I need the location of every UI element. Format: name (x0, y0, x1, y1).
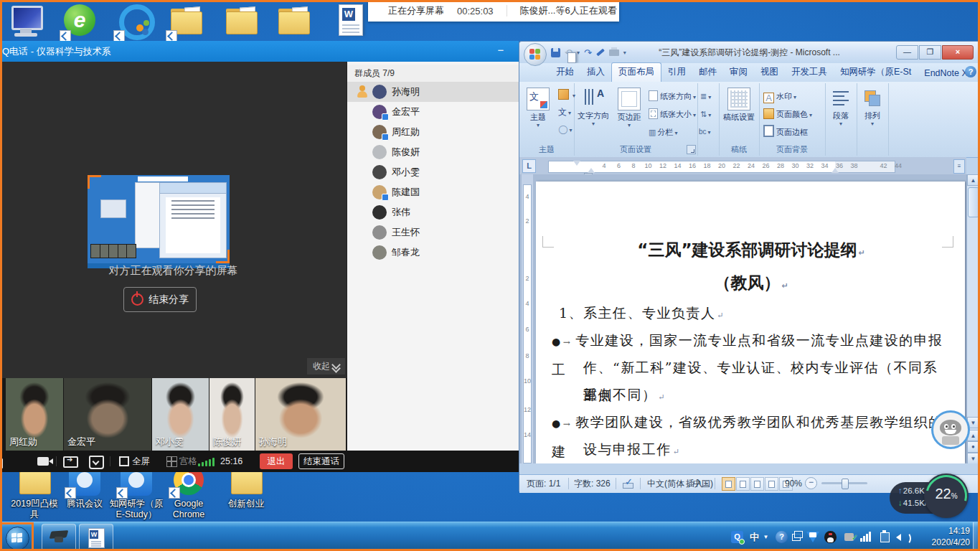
text-direction-button[interactable]: A 文字方向▾ (575, 88, 611, 127)
taskbar-clock[interactable]: 14:19 2020/4/20 (932, 525, 970, 548)
word-count[interactable]: 字数: 326 (574, 475, 611, 492)
grid-view-label[interactable]: 宫格 (179, 451, 197, 472)
ribbon-tab[interactable]: 插入 (580, 63, 611, 82)
exit-button[interactable]: 退出 (260, 453, 293, 469)
show-desktop-button[interactable] (973, 522, 980, 551)
watermark-button[interactable]: A水印▾ (763, 89, 796, 103)
select-browse-object-button[interactable]: ● (967, 441, 979, 453)
fullscreen-label[interactable]: 全屏 (132, 451, 150, 472)
fullscreen-reading-view-button[interactable] (736, 477, 750, 491)
page-setup-dialog-launcher[interactable] (687, 145, 696, 154)
speaker-icon[interactable] (0, 456, 11, 466)
ribbon-tab[interactable]: 视图 (754, 63, 785, 82)
redo-icon[interactable]: ↷ (584, 47, 592, 58)
zoom-slider-track[interactable] (821, 482, 867, 484)
print-icon[interactable] (609, 50, 619, 56)
video-tile[interactable]: 邓小雯 (152, 378, 209, 451)
paper-size-button[interactable]: 纸张大小▾ (649, 107, 696, 121)
qq-app-icon[interactable] (115, 3, 152, 40)
office-button[interactable] (524, 43, 547, 66)
fullscreen-icon[interactable] (119, 456, 129, 466)
new-document-icon[interactable] (567, 52, 576, 63)
presentation-icon[interactable] (89, 456, 104, 469)
page-color-button[interactable]: 页面颜色▾ (763, 107, 812, 121)
format-painter-icon[interactable] (596, 49, 605, 57)
volume-icon[interactable] (896, 532, 908, 544)
scrollbar-thumb[interactable] (968, 187, 979, 217)
language-indicator[interactable]: 中文(简体，中国) (647, 475, 713, 492)
columns-button[interactable]: ▥ 分栏▾ (649, 125, 677, 139)
paragraph-button[interactable]: 段落▾ (823, 88, 859, 127)
usb-device-icon[interactable] (844, 533, 854, 541)
vertical-scrollbar[interactable]: ▲ ▼ ▲ ● ▼ (966, 174, 979, 463)
show-hidden-icons[interactable] (792, 534, 801, 541)
ribbon-tab[interactable]: 审阅 (723, 63, 754, 82)
breaks-button[interactable]: ≣▾ (700, 89, 711, 103)
ribbon-tab[interactable]: 开发工具 (785, 63, 834, 82)
member-list[interactable]: 孙海明金宏平周红勋陈俊妍邓小雯陈建国张伟王生怀邹春龙 (347, 82, 519, 451)
scroll-up-arrow[interactable]: ▲ (967, 174, 979, 186)
network-signal-icon[interactable] (860, 531, 872, 543)
ribbon-tab[interactable]: 开始 (550, 63, 580, 82)
first-line-indent-marker[interactable] (573, 161, 580, 166)
performance-ball[interactable]: 22% (924, 474, 969, 518)
help-tray-icon[interactable]: ? (776, 531, 788, 543)
arrange-button[interactable]: 排列▾ (854, 88, 890, 127)
paper-setup-button[interactable]: 稿纸设置 (721, 88, 757, 122)
themes-button[interactable]: 主题▾ (520, 88, 556, 128)
minimize-button[interactable]: − (491, 41, 510, 62)
save-icon[interactable] (551, 48, 560, 57)
maximize-button[interactable]: ❐ (919, 45, 941, 60)
member-row[interactable]: 孙海明 (347, 82, 519, 102)
qq-titlebar[interactable]: Q电话 - 仪器科学与技术系 − (0, 41, 519, 62)
member-row[interactable]: 邹春龙 (347, 242, 519, 263)
collapse-videos-button[interactable]: 收起 (307, 358, 345, 375)
security-shield-icon[interactable] (806, 532, 819, 542)
ribbon-tab[interactable]: 引用 (661, 63, 692, 82)
member-row[interactable]: 陈建国 (347, 182, 519, 202)
hyphenation-button[interactable]: bc▾ (699, 125, 711, 139)
horizontal-ruler[interactable]: 4681012141618202224262830323436384244 (548, 161, 895, 173)
print-layout-view-button[interactable] (722, 477, 735, 491)
page-border-button[interactable]: 页面边框 (763, 125, 808, 139)
qq-floating-ball[interactable] (931, 410, 970, 449)
zoom-level[interactable]: 90% (785, 475, 802, 492)
help-button[interactable]: ? (965, 66, 976, 77)
zoom-out-button[interactable]: − (805, 477, 817, 489)
ruler-toggle-button[interactable]: ≡ (953, 159, 965, 174)
member-row[interactable]: 王生怀 (347, 222, 519, 242)
video-tile[interactable]: 金宏平 (64, 378, 151, 451)
minimize-button[interactable]: — (896, 45, 918, 60)
grid-view-icon[interactable] (166, 456, 177, 467)
web-layout-view-button[interactable] (750, 477, 764, 491)
document-page[interactable]: “三风”建设系部调研讨论提纲↵（教风）↵1、系主任、专业负责人↵●→专业建设，国… (536, 182, 965, 463)
theme-effects-button[interactable]: ◯▾ (558, 122, 572, 136)
member-row[interactable]: 周红勋 (347, 122, 519, 142)
folder-shortcut-icon[interactable] (167, 3, 204, 40)
video-tile[interactable]: 孙海明 (255, 378, 346, 451)
member-row[interactable]: 张伟 (347, 202, 519, 222)
qq-tray-icon[interactable]: Q (731, 531, 743, 543)
page-indicator[interactable]: 页面: 1/1 (527, 475, 560, 492)
camera-icon[interactable] (37, 457, 49, 466)
end-share-button[interactable]: 结束分享 (123, 287, 197, 312)
member-row[interactable]: 邓小雯 (347, 162, 519, 182)
video-tile[interactable]: 周红勋 (6, 378, 63, 451)
theme-colors-button[interactable]: ▾ (558, 88, 575, 102)
taskbar-app-word[interactable]: W (79, 524, 113, 551)
spell-check-icon[interactable]: ✓ (623, 479, 633, 489)
start-button[interactable] (6, 527, 29, 550)
ribbon-tab[interactable]: 邮件 (692, 63, 723, 82)
theme-fonts-button[interactable]: 文▾ (558, 105, 571, 119)
end-call-button[interactable]: 结束通话 (298, 453, 344, 469)
ime-indicator[interactable]: 中 (748, 531, 760, 543)
ribbon-tab[interactable]: 页面布局 (611, 62, 661, 82)
zoom-slider-thumb[interactable] (842, 479, 849, 489)
qq-penguin-icon[interactable] (824, 531, 837, 543)
undo-dropdown-icon[interactable]: ▾ (577, 50, 580, 56)
orientation-button[interactable]: 纸张方向▾ (649, 89, 696, 103)
member-row[interactable]: 金宏平 (347, 102, 519, 122)
share-screen-icon[interactable] (63, 456, 78, 468)
screen-share-toolbar[interactable]: 正在分享屏幕 00:25:03 陈俊妍...等6人正在观看 (368, 0, 619, 22)
margins-button[interactable]: 页边距▾ (611, 88, 647, 128)
